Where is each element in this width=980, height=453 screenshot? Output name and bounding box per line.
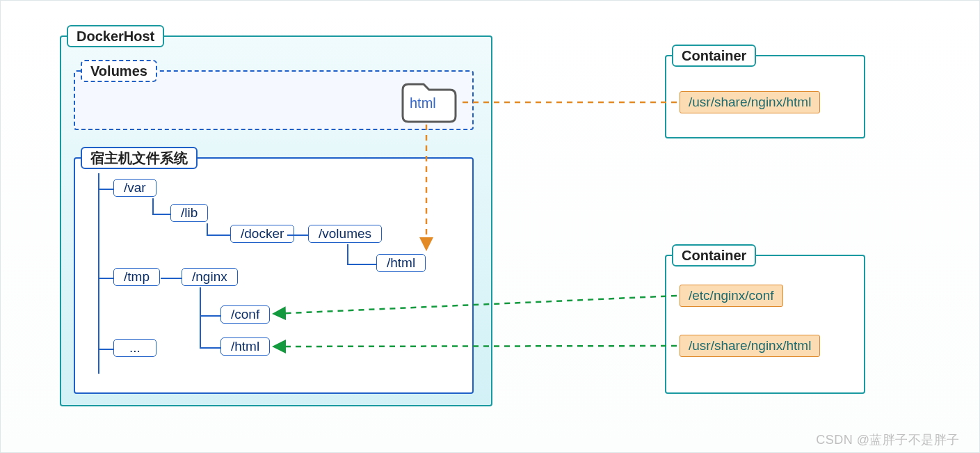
tree-line [98, 349, 113, 350]
fs-node-docker: /docker [230, 225, 294, 243]
fs-node-tmp: /tmp [113, 268, 160, 286]
tree-line [287, 235, 310, 236]
fs-node-var: /var [113, 179, 156, 197]
volumes-title: Volumes [81, 60, 157, 82]
dockerhost-title: DockerHost [67, 25, 164, 47]
tree-line [98, 173, 99, 374]
tree-line [347, 244, 348, 265]
tree-line [200, 347, 220, 349]
tree-line [152, 214, 170, 215]
fs-node-lib: /lib [170, 204, 208, 222]
container2-path-conf: /etc/nginx/conf [680, 285, 783, 307]
tree-line [200, 315, 220, 317]
tree-line [152, 198, 154, 215]
fs-node-html-vol: /html [376, 254, 426, 272]
fs-node-nginx: /nginx [182, 268, 238, 286]
volumes-html-folder: html [401, 86, 456, 122]
fs-node-ellipsis: ... [113, 339, 156, 357]
tree-line [207, 235, 230, 236]
hostfs-title: 宿主机文件系统 [81, 147, 198, 169]
container2-path-html: /usr/share/nginx/html [680, 335, 820, 357]
fs-node-conf: /conf [220, 305, 270, 324]
container2-title: Container [672, 244, 756, 267]
volumes-html-label: html [410, 95, 436, 111]
tree-line [347, 264, 376, 265]
tree-line [98, 189, 113, 190]
diagram-canvas: DockerHost Volumes html 宿主机文件系统 /var /li… [0, 0, 980, 453]
watermark: CSDN @蓝胖子不是胖子 [816, 431, 960, 448]
tree-line [200, 287, 201, 349]
fs-node-html-nginx: /html [220, 337, 270, 356]
container1-path: /usr/share/nginx/html [680, 91, 820, 113]
container1-title: Container [672, 45, 756, 67]
container2-box: Container [665, 255, 865, 394]
fs-node-volumes: /volumes [308, 225, 382, 243]
tree-line [161, 278, 182, 279]
tree-line [98, 278, 113, 279]
